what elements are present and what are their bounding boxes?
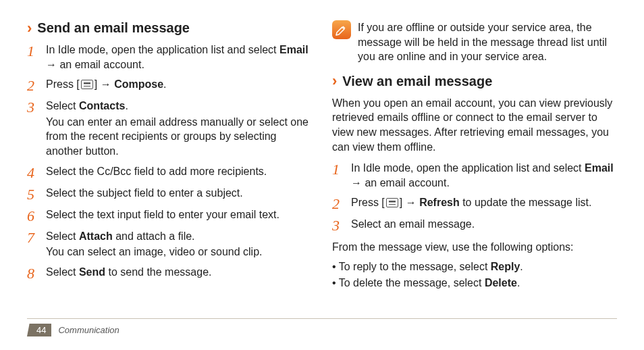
bold-term: Compose [114,78,163,90]
bold-term: Delete [485,277,517,289]
bold-term: Attach [79,230,113,242]
step-text: In Idle mode, open the application list … [46,43,312,72]
note-box: If you are offline or outside your servi… [332,20,617,64]
page-footer: 44 Communication [27,324,119,336]
step-item: 1In Idle mode, open the application list… [332,161,617,190]
view-email-intro: When you open an email account, you can … [332,96,617,154]
step-text: Select Send to send the message. [46,265,312,281]
step-number: 3 [332,217,351,233]
send-email-steps: 1In Idle mode, open the application list… [27,43,312,281]
footer-rule [27,318,617,319]
step-number: 1 [27,43,46,72]
step-number: 6 [27,207,46,224]
step-number: 8 [27,265,46,281]
note-icon [332,20,351,39]
list-item: To reply to the message, select Reply. [332,259,617,275]
step-text: Select the subject field to enter a subj… [46,186,312,202]
step-number: 4 [27,164,46,180]
step-text: In Idle mode, open the application list … [351,161,617,190]
step-text: Press [] → Refresh to update the message… [351,195,617,211]
heading-send-email: › Send an email message [27,20,312,36]
bold-term: Email [279,44,308,55]
bold-term: Contacts [79,100,125,111]
step-text: Select Contacts.You can enter an email a… [46,99,312,158]
step-text: Press [] → Compose. [46,77,312,93]
heading-text: Send an email message [37,20,190,36]
note-text: If you are offline or outside your servi… [358,20,617,64]
step-item: 4Select the Cc/Bcc field to add more rec… [27,164,312,180]
step-text: Select an email message. [351,217,617,233]
step-item: 3Select an email message. [332,217,617,233]
step-text: Select the Cc/Bcc field to add more reci… [46,164,312,180]
step-number: 2 [332,195,351,211]
step-number: 5 [27,186,46,202]
heading-text: View an email message [342,74,492,89]
footer-section: Communication [58,325,119,335]
step-text: Select the text input field to enter you… [46,207,312,224]
page-number: 44 [27,324,51,336]
step-item: 2Press [] → Refresh to update the messag… [332,195,617,211]
left-column: › Send an email message 1In Idle mode, o… [27,20,312,311]
step-item: 6Select the text input field to enter yo… [27,207,312,224]
menu-icon [81,80,93,89]
view-email-steps: 1In Idle mode, open the application list… [332,161,617,233]
step-subtext: You can select an image, video or sound … [46,245,312,259]
step-item: 1In Idle mode, open the application list… [27,43,312,72]
step-item: 7Select Attach and attach a file.You can… [27,229,312,259]
step-text: Select Attach and attach a file.You can … [46,229,312,259]
step-item: 3Select Contacts.You can enter an email … [27,99,312,158]
step-subtext: You can enter an email address manually … [46,115,312,159]
chevron-icon: › [332,74,337,89]
step-item: 5Select the subject field to enter a sub… [27,186,312,202]
step-number: 3 [27,99,46,158]
right-column: If you are offline or outside your servi… [332,20,617,311]
step-number: 2 [27,77,46,93]
bold-term: Reply [491,261,520,272]
list-item: To delete the message, select Delete. [332,275,617,291]
step-item: 2Press [] → Compose. [27,77,312,93]
options-list: To reply to the message, select Reply.To… [332,259,617,291]
bold-term: Email [585,162,614,174]
step-number: 1 [332,161,351,190]
bold-term: Refresh [419,197,460,208]
menu-icon [386,198,398,207]
options-intro: From the message view, use the following… [332,240,617,255]
step-number: 7 [27,229,46,259]
step-item: 8Select Send to send the message. [27,265,312,281]
chevron-icon: › [27,21,32,36]
heading-view-email: › View an email message [332,74,617,89]
bold-term: Send [79,266,105,278]
